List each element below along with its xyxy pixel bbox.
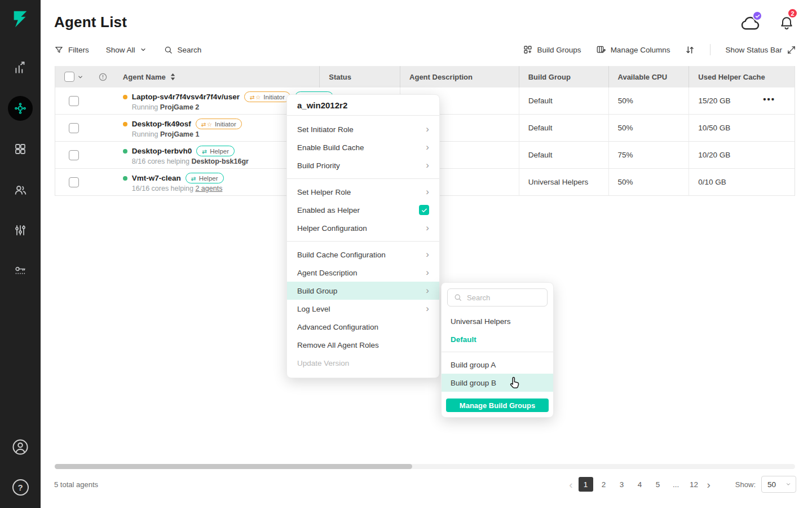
toolbar-separator bbox=[710, 44, 710, 55]
show-all-dropdown[interactable]: Show All bbox=[106, 46, 147, 54]
horizontal-scrollbar[interactable] bbox=[55, 464, 795, 469]
total-agents-label: 5 total agents bbox=[54, 480, 98, 489]
menu-item-build-cache-configuration[interactable]: Build Cache Configuration › bbox=[287, 246, 439, 264]
brand-logo-icon[interactable] bbox=[10, 8, 31, 30]
pagination-prev-icon[interactable]: ‹ bbox=[567, 479, 575, 490]
sidebar-item-agents[interactable] bbox=[0, 88, 41, 129]
manage-columns-button[interactable]: Manage Columns bbox=[596, 45, 670, 55]
helper-badge: ⇄ Helper bbox=[196, 146, 235, 156]
page-size-select[interactable]: 50 bbox=[761, 476, 796, 493]
chevron-down-icon bbox=[785, 481, 791, 487]
selection-dropdown-icon[interactable] bbox=[77, 74, 83, 80]
menu-item-label: Update Version bbox=[297, 359, 349, 367]
submenu-item-build-group-a[interactable]: Build group A bbox=[442, 356, 553, 374]
column-header-agent-name[interactable]: Agent Name bbox=[114, 66, 320, 87]
menu-item-build-group[interactable]: Build Group › bbox=[287, 282, 439, 300]
page-button-1[interactable]: 1 bbox=[579, 477, 593, 492]
sidebar-help[interactable]: ? bbox=[0, 479, 41, 496]
show-status-bar-button[interactable]: Show Status Bar bbox=[725, 45, 796, 55]
agents-icon bbox=[14, 102, 27, 115]
filters-button[interactable]: Filters bbox=[54, 45, 89, 55]
helped-agents-link[interactable]: 2 agents bbox=[195, 185, 222, 192]
app-root: ? Agent List 2 Filters bbox=[0, 0, 812, 508]
page-button-5[interactable]: 5 bbox=[651, 477, 665, 492]
submenu-item-default[interactable]: Default bbox=[442, 330, 553, 348]
menu-item-label: Build Priority bbox=[297, 161, 340, 170]
sidebar-item-projects[interactable] bbox=[0, 129, 41, 169]
menu-item-advanced-configuration[interactable]: Advanced Configuration bbox=[287, 318, 439, 336]
sidebar-item-settings[interactable] bbox=[0, 210, 41, 251]
menu-item-enabled-as-helper[interactable]: Enabled as Helper bbox=[287, 201, 439, 219]
pagination-next-icon[interactable]: › bbox=[705, 479, 713, 490]
page-button-3[interactable]: 3 bbox=[615, 477, 629, 492]
search-button[interactable]: Search bbox=[164, 45, 202, 55]
agent-name[interactable]: Laptop-sv4r7f4vsv4r7f4v/user bbox=[132, 93, 240, 101]
agent-name[interactable]: Desktop-terbvh0 bbox=[132, 147, 192, 155]
menu-item-label: Advanced Configuration bbox=[297, 323, 378, 331]
column-header-used-helper-cache[interactable]: Used Helper Cache bbox=[689, 66, 795, 87]
submenu-item-build-group-b[interactable]: Build group B bbox=[442, 374, 553, 392]
show-status-bar-label: Show Status Bar bbox=[725, 46, 782, 54]
column-label: Used Helper Cache bbox=[698, 73, 765, 81]
build-groups-button[interactable]: Build Groups bbox=[523, 45, 581, 55]
chevron-right-icon: › bbox=[426, 142, 429, 152]
agent-name[interactable]: Vmt-w7-clean bbox=[132, 174, 181, 182]
subtitle-text: Running bbox=[132, 130, 160, 138]
menu-item-helper-configuration[interactable]: Helper Configuration › bbox=[287, 219, 439, 237]
menu-item-enable-build-cache[interactable]: Enable Build Cache › bbox=[287, 138, 439, 156]
enabled-as-helper-checkbox[interactable] bbox=[419, 205, 429, 215]
page-button-2[interactable]: 2 bbox=[597, 477, 611, 492]
sidebar-profile[interactable] bbox=[0, 439, 41, 456]
show-label: Show: bbox=[735, 480, 756, 489]
select-all-checkbox[interactable] bbox=[64, 72, 74, 82]
build-group-cell: Default bbox=[519, 87, 609, 114]
column-header-available-cpu[interactable]: Available CPU bbox=[609, 66, 690, 87]
column-header-status[interactable]: Status bbox=[320, 66, 400, 87]
page-size-value: 50 bbox=[767, 480, 776, 489]
submenu-search[interactable] bbox=[447, 288, 548, 306]
row-checkbox[interactable] bbox=[69, 96, 79, 106]
column-header-agent-description[interactable]: Agent Description bbox=[400, 66, 519, 87]
sidebar-item-performance[interactable] bbox=[0, 47, 41, 88]
sidebar-item-users[interactable] bbox=[0, 169, 41, 210]
scrollbar-thumb[interactable] bbox=[55, 464, 412, 469]
projects-icon bbox=[14, 142, 27, 156]
initiator-badge-icon: ⇄☆ bbox=[201, 121, 213, 128]
menu-item-build-priority[interactable]: Build Priority › bbox=[287, 156, 439, 174]
menu-item-label: Build Cache Configuration bbox=[297, 251, 386, 259]
page-button-12[interactable]: 12 bbox=[687, 477, 701, 492]
row-checkbox[interactable] bbox=[69, 123, 79, 133]
table-header: Agent Name Status Agent Description Buil… bbox=[55, 66, 795, 87]
menu-item-label: Agent Description bbox=[297, 269, 358, 277]
sort-icon bbox=[685, 45, 695, 55]
page-button-4[interactable]: 4 bbox=[633, 477, 647, 492]
notification-count: 2 bbox=[791, 10, 794, 17]
menu-item-remove-all-agent-roles[interactable]: Remove All Agent Roles bbox=[287, 336, 439, 354]
menu-item-label: Set Initiator Role bbox=[297, 125, 354, 134]
sort-arrows-icon[interactable] bbox=[170, 73, 176, 81]
search-icon bbox=[164, 45, 173, 55]
sidebar-item-license[interactable] bbox=[0, 251, 41, 291]
sidebar: ? bbox=[0, 0, 41, 508]
submenu-search-input[interactable] bbox=[467, 294, 541, 302]
column-header-build-group[interactable]: Build Group bbox=[519, 66, 609, 87]
manage-build-groups-button[interactable]: Manage Build Groups bbox=[446, 398, 549, 412]
sidebar-nav bbox=[0, 47, 41, 291]
submenu-item-universal-helpers[interactable]: Universal Helpers bbox=[442, 312, 553, 330]
agent-subtitle: 16/16 cores helping 2 agents bbox=[123, 185, 223, 192]
menu-item-set-initiator-role[interactable]: Set Initiator Role › bbox=[287, 120, 439, 138]
cloud-check-badge bbox=[752, 11, 762, 21]
row-actions-button[interactable]: ••• bbox=[763, 94, 775, 104]
menu-item-set-helper-role[interactable]: Set Helper Role › bbox=[287, 183, 439, 201]
sort-button[interactable] bbox=[685, 45, 695, 55]
used-helper-cache-cell: 15/20 GB bbox=[689, 87, 795, 114]
menu-item-agent-description[interactable]: Agent Description › bbox=[287, 264, 439, 282]
menu-item-log-level[interactable]: Log Level › bbox=[287, 300, 439, 318]
submenu-divider bbox=[442, 352, 553, 352]
agent-name[interactable]: Desktop-fk49osf bbox=[132, 120, 191, 128]
row-checkbox[interactable] bbox=[69, 150, 79, 160]
column-label: Available CPU bbox=[618, 73, 668, 81]
row-checkbox[interactable] bbox=[69, 177, 79, 187]
submenu-item-label: Build group A bbox=[451, 361, 496, 369]
chevron-right-icon: › bbox=[426, 187, 429, 196]
